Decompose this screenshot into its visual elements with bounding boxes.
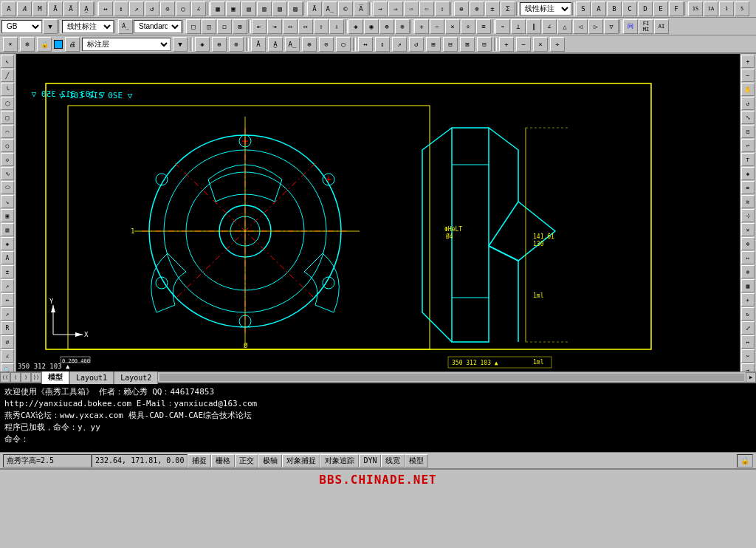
tb-btn-r2-6[interactable]: ⇥ (267, 19, 282, 34)
annotation-select-2[interactable]: 线性标注 (62, 20, 114, 33)
tb-btn-r2-21[interactable]: ⊥ (511, 19, 526, 34)
tb-btn-misc1[interactable]: S (576, 1, 591, 16)
polar-btn[interactable]: 极轴 (258, 454, 282, 467)
tb-btn-sym3[interactable]: ⊕ (454, 1, 469, 16)
layer-print-btn[interactable]: 🖨 (65, 37, 80, 52)
hscroll-track[interactable] (159, 374, 744, 381)
tab-scroll-left-start[interactable]: ⟨⟨ (0, 372, 10, 383)
tool-pline[interactable]: ╰ (1, 83, 14, 96)
tab-scroll-right[interactable]: ⟩ (21, 372, 31, 383)
tb-btn-a6[interactable]: Ā (307, 1, 322, 16)
tb-btn-lc-1[interactable]: + (499, 37, 514, 52)
tool-revision[interactable]: ◇ (1, 153, 14, 166)
osnap-btn[interactable]: 对象捕捉 (282, 454, 320, 467)
tab-layout1[interactable]: Layout1 (69, 371, 114, 384)
tb-btn-r2-30[interactable]: AI (654, 19, 669, 34)
tool-select[interactable]: ↖ (1, 55, 14, 68)
tb-btn-arr2[interactable]: ⇒ (388, 1, 403, 16)
tb-btn-r2-5[interactable]: ⇤ (252, 19, 267, 34)
tab-scroll-right-end[interactable]: ⟩⟩ (31, 372, 41, 383)
grid-btn[interactable]: 栅格 (211, 454, 235, 467)
tb-btn-la-2[interactable]: A̤ (268, 37, 283, 52)
rtool-extend[interactable]: → (741, 363, 755, 371)
tb-btn-lb-6[interactable]: ⊟ (443, 37, 458, 52)
snap-btn[interactable]: 捕捉 (188, 454, 211, 467)
tb-btn-grid6[interactable]: ▨ (288, 1, 303, 16)
tb-btn-r2-1[interactable]: □ (186, 19, 201, 34)
tb-btn-misc7[interactable]: F (669, 1, 684, 16)
tb-btn-a3[interactable]: Ā (48, 1, 63, 16)
layer-dropdown-btn[interactable]: ▼ (173, 37, 188, 52)
tool-rect[interactable]: □ (1, 111, 14, 124)
tb-btn-sym5[interactable]: ± (485, 1, 500, 16)
tb-btn-arr4[interactable]: ⇦ (419, 1, 434, 16)
tb-btn-r2-26[interactable]: ▷ (588, 19, 603, 34)
tb-btn-lb-1[interactable]: ↔ (358, 37, 373, 52)
tb-btn-arr5[interactable]: ⇪ (435, 1, 450, 16)
tb-btn-r2-10[interactable]: ⇩ (329, 19, 344, 34)
tb-btn-r2-29[interactable]: FIMI (639, 19, 653, 34)
lweight-btn[interactable]: 线宽 (381, 454, 405, 467)
tb-btn-r2-28[interactable]: 问 (623, 19, 638, 34)
rtool-offset[interactable]: ⊗ (741, 265, 755, 278)
tb-btn-misc6[interactable]: E (653, 1, 668, 16)
layer-lock-btn[interactable]: 🔒 (37, 37, 52, 52)
rtool-view-top[interactable]: ⊤ (741, 153, 755, 166)
tb-btn-r2-9[interactable]: ⇧ (314, 19, 329, 34)
drawing-canvas[interactable]: ▽ 103 312 350 ▽ ▽ 103 SIS 0SE ▽ (16, 54, 740, 371)
tb-btn-r2-18[interactable]: ÷ (461, 19, 475, 34)
rtool-properties[interactable]: ≋ (741, 195, 755, 208)
rtool-3d-orbit[interactable]: ↺ (741, 97, 755, 110)
tb-btn-r2-4[interactable]: ⊠ (233, 19, 247, 34)
layer-visible-btn[interactable]: ☀ (3, 37, 18, 52)
tool-hatch[interactable]: ▧ (1, 223, 14, 236)
tb-btn-r2-20[interactable]: ↔ (495, 19, 510, 34)
tb-btn-la-1[interactable]: Ā (251, 37, 266, 52)
tb-btn-r1[interactable]: 1S (688, 1, 703, 16)
tb-btn-la-5[interactable]: ⊙ (319, 37, 334, 52)
tb-btn-misc5[interactable]: D (638, 1, 653, 16)
tb-btn-lb-2[interactable]: ↕ (375, 37, 390, 52)
tb-btn-lb-8[interactable]: ⊡ (477, 37, 492, 52)
standard-select[interactable]: Standard (134, 20, 182, 33)
rtool-match-prop[interactable]: ⊹ (741, 209, 755, 222)
tab-layout2[interactable]: Layout2 (114, 371, 158, 384)
rtool-stretch[interactable]: ↔ (741, 335, 755, 349)
tool-diameter[interactable]: ⌀ (1, 335, 14, 349)
tool-circle[interactable]: ○ (1, 139, 14, 152)
tb-btn-grid3[interactable]: ▤ (241, 1, 256, 16)
tb-btn-sym1[interactable]: © (338, 1, 353, 16)
rtool-copy[interactable]: ⊕ (741, 237, 755, 250)
tb-btn-dim3[interactable]: ↗ (129, 1, 144, 16)
tb-btn-grid5[interactable]: ▧ (272, 1, 287, 16)
tb-btn-r2-22[interactable]: ∥ (526, 19, 541, 34)
tb-btn-la-6[interactable]: ◯ (336, 37, 351, 52)
tb-btn-r2-27[interactable]: ▽ (604, 19, 619, 34)
tb-btn-lc-2[interactable]: − (516, 37, 531, 52)
otrack-btn[interactable]: 对象追踪 (320, 454, 359, 467)
tb-btn-la-3[interactable]: A̲ (285, 37, 300, 52)
tool-spline[interactable]: ∿ (1, 167, 14, 180)
tb-btn-lc-4[interactable]: ÷ (550, 37, 565, 52)
rtool-pan[interactable]: ✋ (741, 83, 755, 96)
tb-btn-a5[interactable]: A̤ (79, 1, 94, 16)
tool-linedim[interactable]: ↔ (1, 293, 14, 306)
tb-btn-font[interactable]: A̲ (118, 19, 133, 34)
tb-btn-r2-24[interactable]: △ (557, 19, 572, 34)
tb-btn-a1[interactable]: A (1, 1, 16, 16)
rtool-zoom-prev[interactable]: ↩ (741, 139, 755, 152)
tb-btn-r2-12[interactable]: ◉ (364, 19, 379, 34)
tb-btn-r2[interactable]: 1A (704, 1, 718, 16)
tb-btn-misc2[interactable]: A (591, 1, 606, 16)
tb-btn-grid1[interactable]: ▦ (210, 1, 225, 16)
tab-model[interactable]: 模型 (41, 371, 69, 384)
tb-btn-r2-7[interactable]: ↤ (283, 19, 298, 34)
tb-btn-sym2[interactable]: A̅ (354, 1, 368, 16)
tool-insert[interactable]: ↘ (1, 195, 14, 208)
rtool-move[interactable]: ✈ (741, 293, 755, 306)
tb-btn-dim7[interactable]: ∠ (191, 1, 206, 16)
tb-btn-lc-3[interactable]: × (533, 37, 548, 52)
tab-scroll-left[interactable]: ⟨ (10, 372, 21, 383)
tb-btn-sym6[interactable]: Σ (501, 1, 515, 16)
tb-btn-dim5[interactable]: ⊙ (160, 1, 175, 16)
